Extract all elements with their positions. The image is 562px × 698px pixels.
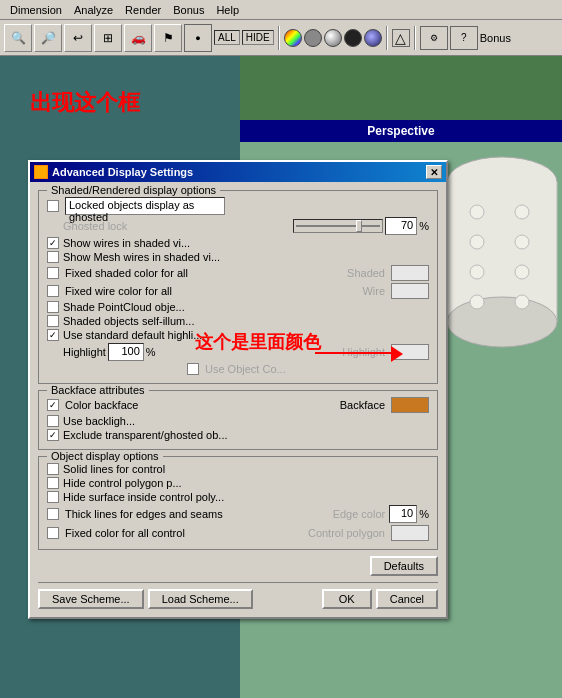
color-backface-label: Color backface: [65, 399, 138, 411]
show-mesh-wires-row: Show Mesh wires in shaded vi...: [47, 251, 429, 263]
hide-surface-checkbox[interactable]: [47, 491, 59, 503]
dark-sphere-icon[interactable]: [344, 29, 362, 47]
solid-lines-row: Solid lines for control: [47, 463, 429, 475]
exclude-transparent-row: Exclude transparent/ghosted ob...: [47, 429, 429, 441]
toolbar-btn-flag[interactable]: ⚑: [154, 24, 182, 52]
solid-lines-label: Solid lines for control: [63, 463, 165, 475]
show-wires-checkbox[interactable]: [47, 237, 59, 249]
fixed-wire-row: Fixed wire color for all Wire: [47, 283, 429, 299]
highlight-unit: %: [146, 346, 156, 358]
locked-objects-checkbox[interactable]: [47, 200, 59, 212]
menu-analyze[interactable]: Analyze: [68, 2, 119, 18]
toolbar-btn-3[interactable]: ↩: [64, 24, 92, 52]
toolbar-separator: [278, 26, 280, 50]
shade-pointcloud-label: Shade PointCloud obje...: [63, 301, 185, 313]
dialog-close-button[interactable]: ✕: [426, 165, 442, 179]
toolbar-btn-grid[interactable]: ⊞: [94, 24, 122, 52]
menu-bonus[interactable]: Bonus: [167, 2, 210, 18]
toolbar-btn-question[interactable]: ?: [450, 26, 478, 50]
backface-color-swatch[interactable]: [391, 397, 429, 413]
backface-right-label: Backface: [340, 399, 385, 411]
svg-point-2: [447, 297, 557, 347]
triangle-icon[interactable]: △: [392, 29, 410, 47]
highlight-value[interactable]: 100: [108, 343, 144, 361]
fixed-color-control-label: Fixed color for all control: [65, 527, 185, 539]
fixed-color-control-checkbox[interactable]: [47, 527, 59, 539]
backface-label: Backface attributes: [47, 384, 149, 396]
show-mesh-wires-checkbox[interactable]: [47, 251, 59, 263]
hide-control-polygon-checkbox[interactable]: [47, 477, 59, 489]
ghosted-lock-slider[interactable]: [293, 219, 383, 233]
bottom-buttons: Save Scheme... Load Scheme... OK Cancel: [38, 582, 438, 609]
object-display-label: Object display options: [47, 450, 163, 462]
use-default-highlight-label: Use standard default highli...: [63, 329, 202, 341]
toolbar-all[interactable]: ALL: [214, 30, 240, 45]
dialog-titlebar-left: Advanced Display Settings: [34, 165, 193, 179]
svg-point-5: [470, 265, 484, 279]
blue-sphere-icon[interactable]: [364, 29, 382, 47]
ghosted-lock-value[interactable]: 70: [385, 217, 417, 235]
edge-color-value[interactable]: 10: [389, 505, 417, 523]
svg-point-10: [515, 295, 529, 309]
svg-point-9: [515, 265, 529, 279]
load-scheme-button[interactable]: Load Scheme...: [148, 589, 253, 609]
toolbar-btn-2[interactable]: 🔎: [34, 24, 62, 52]
menu-render[interactable]: Render: [119, 2, 167, 18]
annotation-top: 出现这个框: [30, 88, 140, 118]
dialog-title: Advanced Display Settings: [52, 166, 193, 178]
locked-objects-row: Locked objects display as ghosted: [47, 197, 429, 215]
shade-pointcloud-checkbox[interactable]: [47, 301, 59, 313]
solid-lines-checkbox[interactable]: [47, 463, 59, 475]
toolbar-hide[interactable]: HIDE: [242, 30, 274, 45]
highlight-row: Highlight 100 % Highlight: [47, 343, 429, 361]
fixed-shaded-label: Fixed shaded color for all: [65, 267, 188, 279]
shaded-options-group: Shaded/Rendered display options Locked o…: [38, 190, 438, 384]
dialog-titlebar: Advanced Display Settings ✕: [30, 162, 446, 182]
scheme-buttons: Save Scheme... Load Scheme...: [38, 589, 253, 609]
perspective-titlebar: Perspective: [240, 120, 562, 142]
shaded-color-swatch[interactable]: [391, 265, 429, 281]
fixed-wire-checkbox[interactable]: [47, 285, 59, 297]
svg-point-7: [515, 205, 529, 219]
menu-help[interactable]: Help: [210, 2, 245, 18]
highlight-right-label: Highlight: [342, 346, 385, 358]
hide-surface-row: Hide surface inside control poly...: [47, 491, 429, 503]
shaded-right-label: Shaded: [347, 267, 385, 279]
use-backlight-checkbox[interactable]: [47, 415, 59, 427]
svg-point-6: [470, 295, 484, 309]
toolbar-btn-car[interactable]: 🚗: [124, 24, 152, 52]
fixed-shaded-checkbox[interactable]: [47, 267, 59, 279]
wire-color-swatch[interactable]: [391, 283, 429, 299]
toolbar-separator-2: [386, 26, 388, 50]
toolbar-btn-gear[interactable]: ⚙: [420, 26, 448, 50]
cancel-button[interactable]: Cancel: [376, 589, 438, 609]
color-wheel-icon[interactable]: [284, 29, 302, 47]
shiny-sphere-icon[interactable]: [324, 29, 342, 47]
svg-point-4: [470, 235, 484, 249]
control-polygon-swatch[interactable]: [391, 525, 429, 541]
defaults-button[interactable]: Defaults: [370, 556, 438, 576]
use-backlight-row: Use backligh...: [47, 415, 429, 427]
color-backface-checkbox[interactable]: [47, 399, 59, 411]
edge-color-label: Edge color: [333, 508, 386, 520]
toolbar-btn-circle[interactable]: ●: [184, 24, 212, 52]
exclude-transparent-checkbox[interactable]: [47, 429, 59, 441]
shaded-self-illum-label: Shaded objects self-illum...: [63, 315, 194, 327]
use-object-color-checkbox[interactable]: [187, 363, 199, 375]
defaults-row: Defaults: [38, 556, 438, 576]
highlight-color-swatch[interactable]: [391, 344, 429, 360]
locked-objects-input[interactable]: Locked objects display as ghosted: [65, 197, 225, 215]
sphere-icon[interactable]: [304, 29, 322, 47]
shaded-self-illum-checkbox[interactable]: [47, 315, 59, 327]
thick-lines-checkbox[interactable]: [47, 508, 59, 520]
show-mesh-wires-label: Show Mesh wires in shaded vi...: [63, 251, 220, 263]
use-backlight-label: Use backligh...: [63, 415, 135, 427]
thick-lines-label: Thick lines for edges and seams: [65, 508, 223, 520]
menu-dimension[interactable]: Dimension: [4, 2, 68, 18]
use-default-highlight-checkbox[interactable]: [47, 329, 59, 341]
ok-button[interactable]: OK: [322, 589, 372, 609]
save-scheme-button[interactable]: Save Scheme...: [38, 589, 144, 609]
ghosted-lock-row: Ghosted lock 70 %: [63, 217, 429, 235]
show-wires-row: Show wires in shaded vi...: [47, 237, 429, 249]
toolbar-btn-search[interactable]: 🔍: [4, 24, 32, 52]
